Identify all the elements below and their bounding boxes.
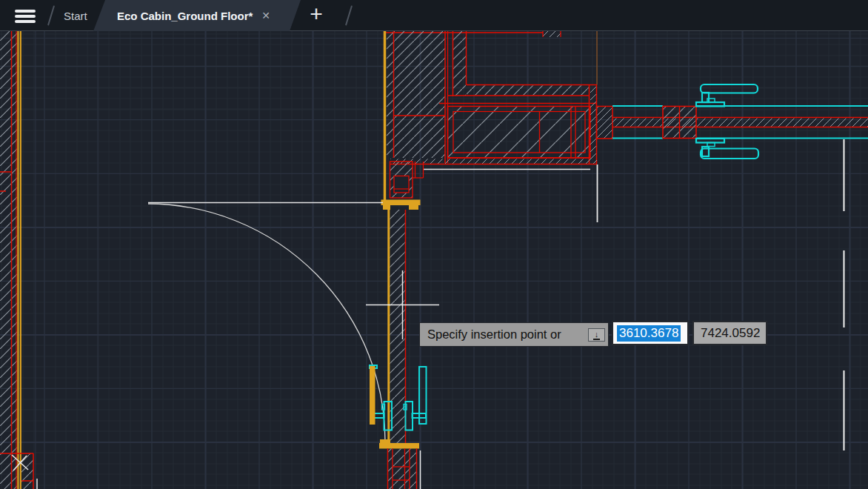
hamburger-menu-icon[interactable]	[15, 10, 36, 23]
prompt-options-dropdown-button[interactable]: ↓	[588, 328, 605, 342]
tab-label: Eco Cabin_Ground Floor*	[117, 10, 253, 22]
wall-bottom-section[interactable]	[387, 449, 421, 489]
file-tab-bar: / Start Eco Cabin_Ground Floor* ✕ +	[0, 0, 868, 31]
tab-separator-icon: /	[47, 5, 55, 25]
prompt-text: Specify insertion point or	[427, 327, 561, 341]
x-coordinate-value: 3610.3678	[617, 325, 681, 342]
y-coordinate-value: 7424.0592	[701, 326, 760, 341]
drawing-canvas[interactable]	[0, 31, 868, 489]
new-tab-button[interactable]: +	[302, 0, 330, 31]
close-tab-icon[interactable]: ✕	[261, 10, 270, 21]
cad-drawing	[0, 31, 868, 489]
door-handle-bottom[interactable]	[696, 139, 758, 159]
dynamic-input-y-field[interactable]: 7424.0592	[692, 321, 767, 345]
top-wall-corner[interactable]	[385, 31, 613, 222]
tab-separator-icon	[345, 5, 353, 25]
tab-start-label: Start	[64, 10, 87, 22]
tab-start[interactable]: Start	[58, 0, 93, 31]
door-handle-right[interactable]	[404, 367, 427, 430]
down-arrow-underline	[593, 339, 600, 340]
tab-eco-cabin-ground-floor[interactable]: Eco Cabin_Ground Floor* ✕	[93, 0, 301, 31]
door-handle-top[interactable]	[696, 84, 758, 107]
door-head-jamb[interactable]	[381, 162, 424, 210]
sliding-door-leaf-right[interactable]	[612, 106, 868, 139]
dynamic-input-prompt: Specify insertion point or ↓	[419, 322, 609, 347]
dynamic-input-x-field[interactable]: 3610.3678	[612, 321, 689, 345]
door-swing-arc[interactable]	[148, 203, 385, 444]
left-wall-section[interactable]	[0, 31, 37, 489]
down-arrow-icon: ↓	[595, 330, 599, 338]
